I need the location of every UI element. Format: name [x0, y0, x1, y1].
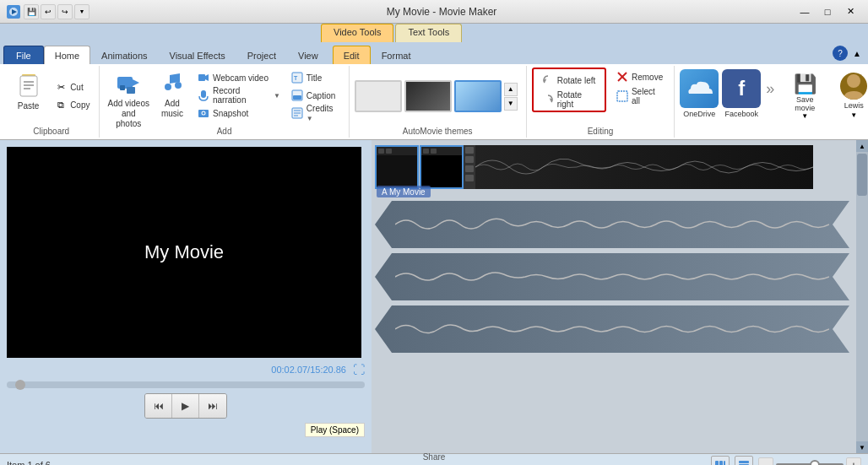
- user-menu-arrow[interactable]: ▼: [850, 111, 857, 119]
- theme-contemporary[interactable]: [454, 80, 502, 112]
- timecode-display: 00:02.07/15:20.86: [271, 365, 350, 375]
- audio-track-3: [375, 305, 853, 353]
- timecode-row: 00:02.07/15:20.86 ⛶: [7, 363, 365, 376]
- clipboard-section: Paste ✂ Cut ⧉ Copy Clipboard: [3, 66, 100, 138]
- copy-button[interactable]: ⧉ Copy: [50, 97, 94, 114]
- timeline-scrollbar[interactable]: ▲ ▼: [856, 140, 868, 453]
- fullscreen-btn[interactable]: ⛶: [353, 363, 365, 376]
- caption-button[interactable]: Caption: [286, 87, 344, 104]
- timeline-area: A My Movie: [372, 140, 868, 453]
- tab-view[interactable]: View: [287, 46, 329, 64]
- editing-section: Rotate left Rotate right Remove: [527, 66, 675, 138]
- waveform-1: [395, 212, 829, 237]
- snapshot-label: Snapshot: [213, 109, 248, 118]
- ribbon-collapse-btn[interactable]: ▲: [849, 46, 865, 61]
- rotate-left-button[interactable]: Rotate left: [535, 71, 603, 89]
- audio-track-2-bar[interactable]: [375, 253, 849, 300]
- scrollbar-down[interactable]: ▼: [856, 441, 868, 453]
- add-label: Add: [105, 125, 343, 136]
- customize-quick-btn[interactable]: ▼: [74, 4, 90, 19]
- record-narration-button[interactable]: Record narration ▼: [193, 87, 285, 104]
- tab-animations[interactable]: Animations: [90, 46, 158, 64]
- share-section: OneDrive f Facebook » 💾 Save movie ▼ Lew…: [675, 66, 865, 138]
- theme-scroll-up[interactable]: ▲: [504, 83, 518, 96]
- title-label: Title: [307, 73, 323, 83]
- save-movie-arrow[interactable]: ▼: [801, 112, 808, 120]
- help-btn[interactable]: ?: [833, 46, 848, 61]
- video-tools-tab[interactable]: Video Tools: [321, 24, 393, 42]
- svg-point-18: [203, 112, 205, 115]
- video-clips: [375, 145, 813, 189]
- scrollbar-thumb[interactable]: [857, 154, 867, 196]
- title-bar-left: 💾 ↩ ↪ ▼: [7, 4, 90, 19]
- facebook-label: Facebook: [724, 110, 758, 118]
- main-tabs: File Home Animations Visual Effects Proj…: [0, 46, 425, 64]
- snapshot-button[interactable]: Snapshot: [193, 105, 285, 122]
- svg-rect-13: [198, 74, 205, 81]
- title-bar: 💾 ↩ ↪ ▼ My Movie - Movie Maker — □ ✕: [0, 0, 868, 24]
- theme-scroll-down[interactable]: ▼: [504, 97, 518, 111]
- user-area: Lewis ▼: [840, 69, 867, 119]
- next-frame-btn[interactable]: ⏭: [199, 394, 226, 418]
- paste-button[interactable]: Paste: [8, 68, 48, 124]
- tab-home[interactable]: Home: [44, 46, 90, 64]
- main-video-segment[interactable]: [475, 145, 813, 189]
- svg-rect-31: [617, 91, 627, 101]
- redo-quick-btn[interactable]: ↪: [57, 4, 73, 19]
- seek-bar[interactable]: [7, 381, 365, 388]
- tab-file[interactable]: File: [3, 46, 44, 64]
- svg-marker-14: [205, 74, 209, 81]
- remove-button[interactable]: Remove: [610, 68, 669, 86]
- record-narration-icon: [197, 89, 210, 102]
- save-quick-btn[interactable]: 💾: [24, 4, 39, 19]
- prev-frame-btn[interactable]: ⏮: [145, 394, 172, 418]
- tab-format[interactable]: Format: [371, 46, 422, 64]
- clipboard-label: Clipboard: [8, 125, 94, 136]
- facebook-button[interactable]: f: [722, 69, 761, 108]
- close-btn[interactable]: ✕: [839, 3, 861, 20]
- credits-button[interactable]: Credits ▼: [286, 105, 344, 122]
- maximize-btn[interactable]: □: [816, 3, 838, 20]
- remove-label: Remove: [632, 73, 663, 82]
- scrollbar-up[interactable]: ▲: [856, 140, 868, 152]
- svg-rect-9: [120, 85, 125, 90]
- theme-cinematic[interactable]: [404, 80, 452, 112]
- record-narration-arrow[interactable]: ▼: [274, 92, 280, 100]
- tab-edit[interactable]: Edit: [333, 46, 371, 64]
- video-clip-1[interactable]: [375, 145, 419, 189]
- app-title: My Movie - Movie Maker: [90, 6, 794, 18]
- clip-label-text: A My Movie: [382, 187, 426, 197]
- video-clip-2[interactable]: [420, 145, 464, 189]
- audio-track-3-bar[interactable]: [375, 305, 849, 353]
- theme-none[interactable]: [355, 80, 402, 112]
- text-tools-tab[interactable]: Text Tools: [395, 24, 462, 42]
- title-button[interactable]: T Title: [286, 69, 344, 86]
- remove-icon: [616, 70, 629, 84]
- rotate-right-button[interactable]: Rotate right: [535, 90, 603, 109]
- credits-arrow[interactable]: ▼: [307, 115, 313, 122]
- minimize-btn[interactable]: —: [794, 3, 816, 20]
- save-movie-icon: 💾: [794, 73, 816, 95]
- undo-quick-btn[interactable]: ↩: [41, 4, 56, 19]
- svg-rect-22: [293, 95, 301, 100]
- save-movie-button[interactable]: 💾 Save movie ▼: [783, 69, 827, 124]
- onedrive-button[interactable]: [680, 69, 719, 108]
- main-content: My Movie 00:02.07/15:20.86 ⛶ ⏮ ▶ ⏭ Play …: [0, 140, 868, 453]
- clip-label-badge: A My Movie: [377, 186, 431, 197]
- more-share-button[interactable]: »: [764, 69, 776, 108]
- seek-knob[interactable]: [15, 380, 25, 390]
- add-videos-button[interactable]: Add videos and photos: [105, 68, 151, 123]
- select-all-button[interactable]: Select all: [610, 87, 669, 105]
- window-controls: — □ ✕: [794, 3, 861, 20]
- play-btn[interactable]: ▶: [172, 394, 199, 418]
- timeline-scroll[interactable]: A My Movie: [372, 140, 868, 453]
- onedrive-label: OneDrive: [683, 110, 715, 118]
- add-music-button[interactable]: Add music: [154, 68, 191, 123]
- record-narration-label: Record narration: [213, 86, 271, 105]
- audio-track-1-bar[interactable]: [375, 201, 849, 248]
- webcam-video-button[interactable]: Webcam video: [193, 69, 285, 86]
- paste-icon: [15, 73, 42, 100]
- tab-visual-effects[interactable]: Visual Effects: [159, 46, 236, 64]
- cut-button[interactable]: ✂ Cut: [50, 79, 94, 96]
- tab-project[interactable]: Project: [236, 46, 287, 64]
